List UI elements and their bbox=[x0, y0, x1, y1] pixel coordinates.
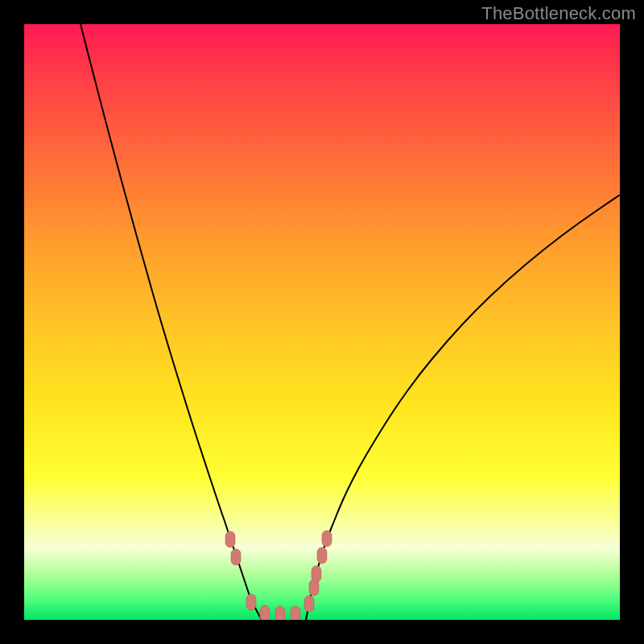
marker bbox=[246, 594, 256, 610]
marker bbox=[275, 606, 285, 620]
marker bbox=[291, 606, 300, 620]
watermark-text: TheBottleneck.com bbox=[481, 3, 636, 24]
curve-left bbox=[80, 24, 262, 620]
marker bbox=[312, 566, 321, 582]
curve-right bbox=[306, 195, 620, 620]
marker bbox=[304, 596, 314, 612]
marker bbox=[322, 530, 332, 547]
marker bbox=[260, 605, 270, 620]
bottom-markers bbox=[225, 530, 332, 620]
marker bbox=[231, 549, 241, 565]
curves-svg bbox=[24, 24, 620, 620]
marker bbox=[225, 531, 235, 547]
marker bbox=[317, 547, 327, 564]
chart-frame: TheBottleneck.com bbox=[0, 0, 644, 644]
plot-area bbox=[24, 24, 620, 620]
